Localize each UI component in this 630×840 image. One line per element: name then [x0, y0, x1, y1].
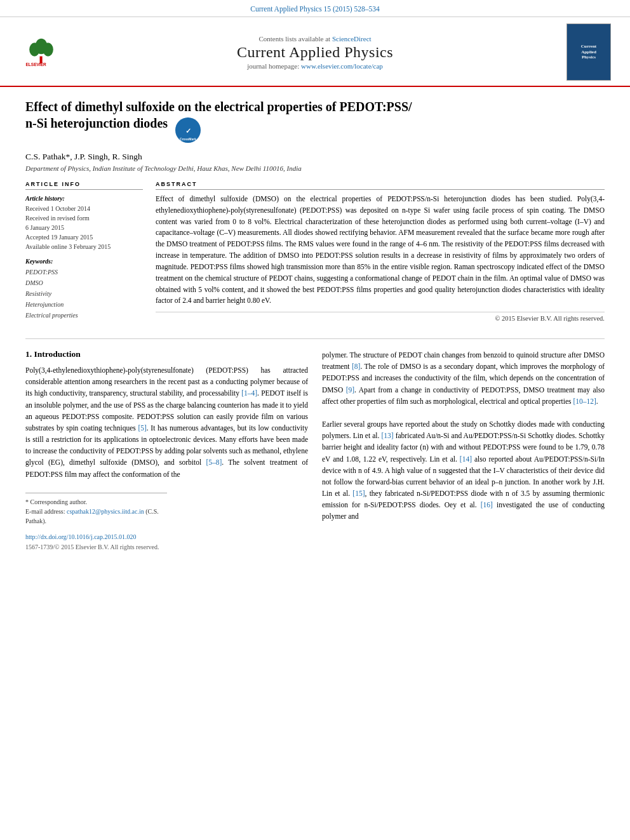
keyword-4: Electrical properties [25, 310, 143, 321]
email-link[interactable]: cspathak12@physics.iitd.ac.in [67, 508, 144, 515]
abstract-title: ABSTRACT [156, 181, 605, 190]
ref-14[interactable]: [14] [460, 455, 472, 463]
article-abstract-area: ARTICLE INFO Article history: Received 1… [25, 181, 605, 322]
introduction-col2-text: polymer. The structure of PEDOT chain ch… [322, 349, 605, 522]
keywords-list: PEDOT:PSS DMSO Resistivity Heterojunctio… [25, 267, 143, 321]
journal-reference[interactable]: Current Applied Physics 15 (2015) 528–53… [250, 5, 379, 13]
ref-8[interactable]: [8] [352, 363, 360, 370]
authors: C.S. Pathak*, J.P. Singh, R. Singh [25, 152, 605, 162]
journal-homepage: journal homepage: www.elsevier.com/locat… [64, 62, 566, 70]
journal-title: Current Applied Physics [64, 44, 566, 61]
paper-title: Effect of dimethyl sulfoxide on the elec… [25, 98, 605, 144]
sciencedirect-line: Contents lists available at ScienceDirec… [64, 35, 566, 43]
homepage-link[interactable]: www.elsevier.com/locate/cap [301, 62, 383, 70]
svg-text:ELSEVIER: ELSEVIER [25, 62, 46, 67]
journal-cover: Current Applied Physics [566, 23, 611, 81]
ref-10-12[interactable]: [10–12] [573, 397, 596, 405]
elsevier-logo: ELSEVIER [19, 38, 64, 67]
paper-title-line1: Effect of dimethyl sulfoxide on the elec… [25, 98, 605, 115]
top-bar: Current Applied Physics 15 (2015) 528–53… [0, 0, 630, 17]
abstract-text: Effect of dimethyl sulfoxide (DMSO) on t… [156, 194, 605, 307]
affiliation: Department of Physics, Indian Institute … [25, 164, 605, 172]
abstract-section: ABSTRACT Effect of dimethyl sulfoxide (D… [156, 181, 605, 322]
svg-text:✓: ✓ [185, 127, 191, 135]
svg-point-3 [43, 43, 53, 56]
email-note: E-mail address: cspathak12@physics.iitd.… [25, 507, 167, 526]
footnote-section: * Corresponding author. E-mail address: … [25, 493, 167, 526]
ref-5-8[interactable]: [5–8] [206, 458, 222, 466]
abstract-copyright: © 2015 Elsevier B.V. All rights reserved… [156, 312, 605, 322]
paper-section: Effect of dimethyl sulfoxide on the elec… [0, 87, 630, 328]
ref-5[interactable]: [5] [138, 424, 146, 432]
keywords-title: Keywords: [25, 258, 143, 265]
sciencedirect-link[interactable]: ScienceDirect [332, 35, 372, 43]
footer-links: http://dx.doi.org/10.1016/j.cap.2015.01.… [25, 532, 308, 552]
ref-15[interactable]: [15] [352, 490, 365, 497]
section-divider [25, 338, 605, 339]
article-history-title: Article history: [25, 195, 143, 202]
introduction-col1-text: Poly(3,4-ethylenedioxythiophene)-poly(st… [25, 364, 308, 480]
introduction-heading: 1. Introduction [25, 349, 308, 359]
journal-header: ELSEVIER Contents lists available at Sci… [0, 17, 630, 87]
body-two-col: 1. Introduction Poly(3,4-ethylenedioxyth… [25, 349, 605, 552]
ref-9[interactable]: [9] [346, 386, 354, 394]
crossmark-icon: ✓ CrossMark [174, 116, 202, 144]
article-history-line-0: Received 1 October 2014 [25, 204, 143, 213]
ref-16[interactable]: [16] [481, 501, 493, 509]
article-history-line-1: Received in revised form [25, 213, 143, 223]
article-history-line-3: Accepted 19 January 2015 [25, 232, 143, 242]
paper-title-line2: n-Si heterojunction diodes ✓ CrossMark [25, 115, 605, 144]
doi-link[interactable]: http://dx.doi.org/10.1016/j.cap.2015.01.… [25, 532, 308, 542]
article-info-panel: ARTICLE INFO Article history: Received 1… [25, 181, 143, 322]
svg-text:CrossMark: CrossMark [180, 137, 196, 141]
body-col-right: polymer. The structure of PEDOT chain ch… [322, 349, 605, 552]
article-history-line-4: Available online 3 February 2015 [25, 242, 143, 251]
article-info-title: ARTICLE INFO [25, 181, 143, 190]
article-history-line-2: 6 January 2015 [25, 223, 143, 232]
keyword-0: PEDOT:PSS [25, 267, 143, 277]
keyword-1: DMSO [25, 277, 143, 288]
corresponding-author-note: * Corresponding author. [25, 497, 167, 507]
body-section: 1. Introduction Poly(3,4-ethylenedioxyth… [0, 349, 630, 552]
ref-13[interactable]: [13] [381, 432, 393, 439]
keyword-3: Heterojunction [25, 299, 143, 310]
footer-copyright: 1567-1739/© 2015 Elsevier B.V. All right… [25, 542, 308, 552]
ref-1-4[interactable]: [1–4] [241, 389, 257, 397]
keyword-2: Resistivity [25, 288, 143, 299]
journal-logo-area: ELSEVIER [19, 38, 64, 67]
journal-header-center: Contents lists available at ScienceDirec… [64, 35, 566, 70]
body-col-left: 1. Introduction Poly(3,4-ethylenedioxyth… [25, 349, 308, 552]
